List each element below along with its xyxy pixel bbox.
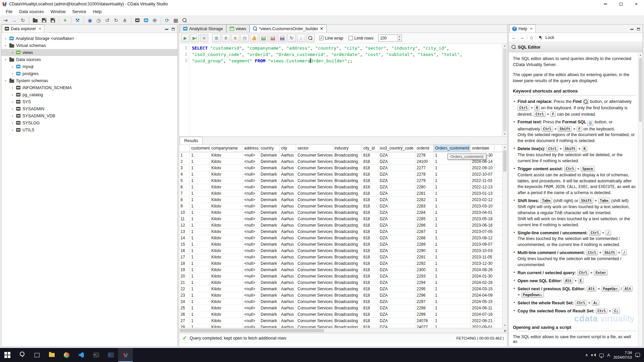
- table-cell[interactable]: Denmark: [259, 311, 280, 317]
- table-cell[interactable]: 2024-04-09: [471, 292, 494, 298]
- table-cell[interactable]: 16: [179, 248, 190, 254]
- table-cell[interactable]: 2024-02-28: [471, 280, 494, 286]
- table-cell[interactable]: DZA: [378, 292, 415, 298]
- table-cell[interactable]: <null>: [243, 254, 259, 260]
- table-cell[interactable]: 2291: [415, 254, 434, 260]
- table-cell[interactable]: 1: [434, 190, 471, 196]
- close-tab-icon[interactable]: ✕: [320, 26, 323, 31]
- table-cell[interactable]: 1: [190, 286, 210, 292]
- table-cell[interactable]: 26: [179, 311, 190, 317]
- table-row[interactable]: 151Kilotv<null>DenmarkAarhusConsumer Ser…: [179, 241, 507, 248]
- table-cell[interactable]: 2023-07-05: [471, 229, 494, 235]
- tree-item-system-schemas[interactable]: ›System schemas: [1, 77, 177, 84]
- table-cell[interactable]: <null>: [243, 267, 259, 273]
- table-cell[interactable]: Kilotv: [210, 222, 243, 228]
- table-row[interactable]: 161Kilotv<null>DenmarkAarhusConsumer Ser…: [179, 248, 507, 254]
- editor-vertical-scrollbar[interactable]: ▲ ▼: [502, 44, 507, 136]
- table-cell[interactable]: Denmark: [259, 324, 280, 328]
- table-cell[interactable]: 1: [190, 222, 210, 228]
- open-folder-icon[interactable]: [31, 16, 39, 24]
- table-cell[interactable]: <null>: [243, 305, 259, 311]
- find-button[interactable]: [306, 34, 315, 42]
- table-cell[interactable]: 1: [190, 178, 210, 184]
- column-header-iso3_country_code[interactable]: iso3_country_code: [378, 145, 415, 152]
- table-cell[interactable]: DZA: [378, 311, 415, 317]
- table-cell[interactable]: 818: [362, 248, 378, 254]
- table-cell[interactable]: Aarhus: [280, 299, 296, 305]
- sql-code[interactable]: SELECT "customerid", "companyname", "add…: [189, 44, 502, 136]
- table-cell[interactable]: Aarhus: [280, 292, 296, 298]
- globe-icon[interactable]: ⊕: [151, 16, 159, 24]
- table-cell[interactable]: Consumer Services: [296, 311, 333, 317]
- table-cell[interactable]: 2300: [415, 267, 434, 273]
- table-cell[interactable]: Denmark: [259, 318, 280, 324]
- table-cell[interactable]: <null>: [243, 318, 259, 324]
- table-cell[interactable]: 2: [179, 159, 190, 165]
- chevron-right-icon[interactable]: ›: [11, 50, 14, 55]
- table-cell[interactable]: <null>: [243, 286, 259, 292]
- table-cell[interactable]: 2022-10-07: [471, 171, 494, 177]
- minimize-panel-icon[interactable]: [165, 29, 168, 30]
- export-icon[interactable]: →: [10, 16, 18, 24]
- table-cell[interactable]: DZA: [378, 203, 415, 209]
- table-cell[interactable]: 1: [434, 324, 471, 328]
- table-cell[interactable]: 21: [179, 280, 190, 286]
- table-cell[interactable]: DZA: [378, 171, 415, 177]
- table-cell[interactable]: Consumer Services: [296, 267, 333, 273]
- column-header-orderdate[interactable]: orderdate: [471, 145, 494, 152]
- table-cell[interactable]: 1: [190, 254, 210, 260]
- table-cell[interactable]: 14: [179, 235, 190, 241]
- stop-query-button[interactable]: ■: [200, 34, 208, 42]
- table-cell[interactable]: 2023-01-13: [471, 190, 494, 196]
- tree-item-data-sources[interactable]: ›Data sources: [1, 56, 177, 63]
- table-cell[interactable]: 2023-09-07: [471, 241, 494, 247]
- table-cell[interactable]: <null>: [243, 171, 259, 177]
- table-cell[interactable]: 1: [190, 318, 210, 324]
- table-cell[interactable]: Aarhus: [280, 248, 296, 254]
- table-cell[interactable]: DZA: [378, 197, 415, 203]
- run-query-button[interactable]: ▶: [181, 34, 190, 42]
- column-header-city[interactable]: city: [280, 145, 296, 152]
- table-cell[interactable]: 1: [190, 324, 210, 328]
- table-cell[interactable]: Consumer Services: [296, 222, 333, 228]
- table-cell[interactable]: <null>: [243, 197, 259, 203]
- column-header-country[interactable]: country: [259, 145, 280, 152]
- table-cell[interactable]: 2289: [415, 241, 434, 247]
- table-cell[interactable]: Kilotv: [210, 267, 243, 273]
- column-header-address[interactable]: address: [243, 145, 259, 152]
- table-cell[interactable]: <null>: [243, 152, 259, 158]
- table-cell[interactable]: DZA: [378, 152, 415, 158]
- editor-tab-analytical-storage[interactable]: Analytical Storage: [180, 24, 226, 33]
- table-cell[interactable]: Denmark: [259, 229, 280, 235]
- table-cell[interactable]: 1: [190, 235, 210, 241]
- table-cell[interactable]: 24076: [415, 318, 434, 324]
- table-cell[interactable]: Aarhus: [280, 209, 296, 216]
- table-row[interactable]: 241Kilotv<null>DenmarkAarhusConsumer Ser…: [179, 299, 507, 305]
- table-cell[interactable]: 1: [434, 235, 471, 241]
- table-cell[interactable]: 2293: [415, 273, 434, 279]
- table-cell[interactable]: Broadcasting: [333, 235, 362, 241]
- table-cell[interactable]: Broadcasting: [333, 159, 362, 165]
- table-cell[interactable]: Denmark: [259, 216, 280, 222]
- table-cell[interactable]: 22: [179, 286, 190, 292]
- table-cell[interactable]: Broadcasting: [333, 171, 362, 177]
- table-cell[interactable]: DZA: [378, 222, 415, 228]
- table-cell[interactable]: <null>: [243, 324, 259, 328]
- table-cell[interactable]: Consumer Services: [296, 165, 333, 171]
- table-cell[interactable]: <null>: [243, 203, 259, 209]
- tray-expand-icon[interactable]: ∧: [585, 353, 588, 357]
- chevron-right-icon[interactable]: ›: [11, 100, 14, 104]
- table-cell[interactable]: DZA: [378, 229, 415, 235]
- table-cell[interactable]: Broadcasting: [333, 229, 362, 235]
- table-cell[interactable]: 2294: [415, 280, 434, 286]
- column-header-customerid[interactable]: customerid: [190, 145, 210, 152]
- table-cell[interactable]: Kilotv: [210, 254, 243, 260]
- table-cell[interactable]: Denmark: [259, 280, 280, 286]
- table-cell[interactable]: 1: [434, 267, 471, 273]
- table-cell[interactable]: 15: [179, 241, 190, 247]
- table-cell[interactable]: 818: [362, 209, 378, 216]
- table-row[interactable]: 201Kilotv<null>DenmarkAarhusConsumer Ser…: [179, 273, 507, 280]
- table-cell[interactable]: Consumer Services: [296, 197, 333, 203]
- table-cell[interactable]: Denmark: [259, 190, 280, 196]
- table-cell[interactable]: 818: [362, 318, 378, 324]
